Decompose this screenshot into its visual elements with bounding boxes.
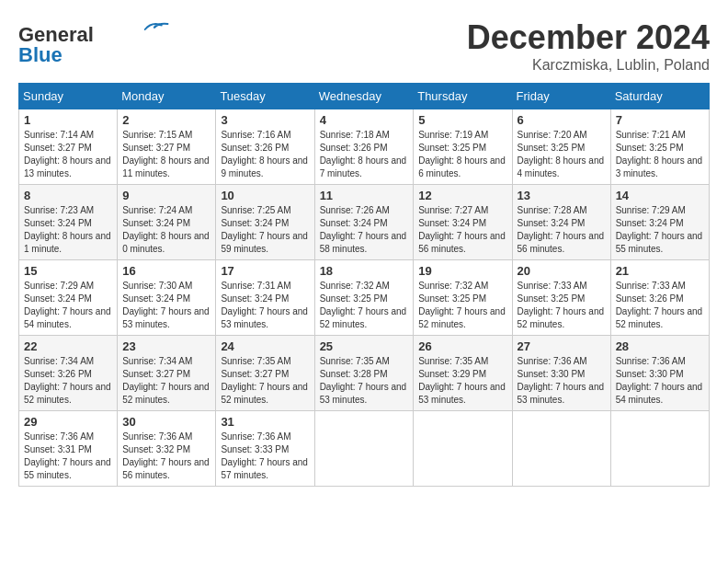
day-info: Sunrise: 7:30 AMSunset: 3:24 PMDaylight:…	[122, 280, 210, 331]
calendar-cell: 30 Sunrise: 7:36 AMSunset: 3:32 PMDaylig…	[118, 411, 216, 487]
day-number: 19	[418, 264, 506, 278]
day-number: 23	[122, 339, 210, 353]
day-info: Sunrise: 7:34 AMSunset: 3:27 PMDaylight:…	[122, 355, 210, 407]
calendar: SundayMondayTuesdayWednesdayThursdayFrid…	[18, 83, 710, 487]
day-number: 4	[320, 113, 409, 127]
day-number: 20	[518, 264, 606, 278]
col-header-thursday: Thursday	[414, 84, 512, 109]
calendar-cell: 8 Sunrise: 7:23 AMSunset: 3:24 PMDayligh…	[19, 185, 118, 260]
day-info: Sunrise: 7:28 AMSunset: 3:24 PMDaylight:…	[518, 204, 606, 256]
day-number: 18	[320, 264, 409, 278]
logo: General Blue	[18, 18, 169, 67]
col-header-monday: Monday	[118, 84, 216, 109]
day-info: Sunrise: 7:35 AMSunset: 3:29 PMDaylight:…	[418, 355, 506, 407]
day-info: Sunrise: 7:29 AMSunset: 3:24 PMDaylight:…	[616, 204, 704, 256]
day-info: Sunrise: 7:21 AMSunset: 3:25 PMDaylight:…	[616, 129, 704, 180]
day-info: Sunrise: 7:36 AMSunset: 3:33 PMDaylight:…	[221, 431, 309, 482]
day-info: Sunrise: 7:36 AMSunset: 3:32 PMDaylight:…	[122, 431, 210, 482]
calendar-cell: 31 Sunrise: 7:36 AMSunset: 3:33 PMDaylig…	[216, 411, 314, 487]
logo-blue: Blue	[18, 43, 63, 67]
col-header-wednesday: Wednesday	[314, 84, 414, 109]
day-number: 15	[24, 264, 112, 278]
day-number: 11	[320, 189, 409, 202]
day-number: 12	[418, 189, 506, 202]
day-info: Sunrise: 7:23 AMSunset: 3:24 PMDaylight:…	[24, 204, 112, 256]
calendar-cell	[512, 411, 610, 487]
calendar-cell: 5 Sunrise: 7:19 AMSunset: 3:25 PMDayligh…	[414, 109, 512, 185]
title-area: December 2024 Karczmiska, Lublin, Poland	[467, 18, 710, 74]
day-number: 6	[518, 113, 606, 127]
col-header-saturday: Saturday	[610, 84, 709, 109]
day-info: Sunrise: 7:33 AMSunset: 3:26 PMDaylight:…	[616, 280, 704, 331]
calendar-cell: 21 Sunrise: 7:33 AMSunset: 3:26 PMDaylig…	[610, 260, 709, 336]
calendar-cell: 7 Sunrise: 7:21 AMSunset: 3:25 PMDayligh…	[610, 109, 709, 185]
calendar-cell: 23 Sunrise: 7:34 AMSunset: 3:27 PMDaylig…	[118, 336, 216, 411]
day-info: Sunrise: 7:31 AMSunset: 3:24 PMDaylight:…	[221, 280, 309, 331]
day-info: Sunrise: 7:20 AMSunset: 3:25 PMDaylight:…	[518, 129, 606, 180]
calendar-cell	[414, 411, 512, 487]
location: Karczmiska, Lublin, Poland	[467, 57, 710, 74]
header: General Blue December 2024 Karczmiska, L…	[18, 18, 710, 74]
calendar-cell: 4 Sunrise: 7:18 AMSunset: 3:26 PMDayligh…	[314, 109, 414, 185]
day-info: Sunrise: 7:14 AMSunset: 3:27 PMDaylight:…	[24, 129, 112, 180]
day-info: Sunrise: 7:24 AMSunset: 3:24 PMDaylight:…	[122, 204, 210, 256]
logo-bird-icon	[142, 18, 169, 35]
calendar-cell: 14 Sunrise: 7:29 AMSunset: 3:24 PMDaylig…	[610, 185, 709, 260]
day-number: 9	[122, 189, 210, 202]
calendar-cell: 11 Sunrise: 7:26 AMSunset: 3:24 PMDaylig…	[314, 185, 414, 260]
day-info: Sunrise: 7:36 AMSunset: 3:30 PMDaylight:…	[518, 355, 606, 407]
day-info: Sunrise: 7:29 AMSunset: 3:24 PMDaylight:…	[24, 280, 112, 331]
day-number: 29	[24, 415, 112, 429]
day-info: Sunrise: 7:35 AMSunset: 3:27 PMDaylight:…	[221, 355, 309, 407]
day-number: 28	[616, 339, 704, 353]
day-number: 27	[518, 339, 606, 353]
day-info: Sunrise: 7:34 AMSunset: 3:26 PMDaylight:…	[24, 355, 112, 407]
day-number: 13	[518, 189, 606, 202]
calendar-cell: 1 Sunrise: 7:14 AMSunset: 3:27 PMDayligh…	[19, 109, 118, 185]
day-number: 1	[24, 113, 112, 127]
day-number: 7	[616, 113, 704, 127]
day-info: Sunrise: 7:16 AMSunset: 3:26 PMDaylight:…	[221, 129, 309, 180]
day-number: 24	[221, 339, 309, 353]
col-header-sunday: Sunday	[19, 84, 118, 109]
day-number: 25	[320, 339, 409, 353]
day-number: 2	[122, 113, 210, 127]
day-number: 16	[122, 264, 210, 278]
day-info: Sunrise: 7:35 AMSunset: 3:28 PMDaylight:…	[320, 355, 409, 407]
calendar-cell: 2 Sunrise: 7:15 AMSunset: 3:27 PMDayligh…	[118, 109, 216, 185]
calendar-cell: 12 Sunrise: 7:27 AMSunset: 3:24 PMDaylig…	[414, 185, 512, 260]
day-info: Sunrise: 7:25 AMSunset: 3:24 PMDaylight:…	[221, 204, 309, 256]
calendar-cell: 27 Sunrise: 7:36 AMSunset: 3:30 PMDaylig…	[512, 336, 610, 411]
day-number: 5	[418, 113, 506, 127]
day-number: 31	[221, 415, 309, 429]
day-info: Sunrise: 7:27 AMSunset: 3:24 PMDaylight:…	[418, 204, 506, 256]
calendar-cell: 17 Sunrise: 7:31 AMSunset: 3:24 PMDaylig…	[216, 260, 314, 336]
day-number: 21	[616, 264, 704, 278]
calendar-cell: 6 Sunrise: 7:20 AMSunset: 3:25 PMDayligh…	[512, 109, 610, 185]
calendar-cell: 10 Sunrise: 7:25 AMSunset: 3:24 PMDaylig…	[216, 185, 314, 260]
day-info: Sunrise: 7:36 AMSunset: 3:30 PMDaylight:…	[616, 355, 704, 407]
calendar-cell: 22 Sunrise: 7:34 AMSunset: 3:26 PMDaylig…	[19, 336, 118, 411]
day-number: 22	[24, 339, 112, 353]
calendar-cell: 26 Sunrise: 7:35 AMSunset: 3:29 PMDaylig…	[414, 336, 512, 411]
calendar-cell: 13 Sunrise: 7:28 AMSunset: 3:24 PMDaylig…	[512, 185, 610, 260]
calendar-cell: 15 Sunrise: 7:29 AMSunset: 3:24 PMDaylig…	[19, 260, 118, 336]
day-info: Sunrise: 7:18 AMSunset: 3:26 PMDaylight:…	[320, 129, 409, 180]
calendar-cell: 25 Sunrise: 7:35 AMSunset: 3:28 PMDaylig…	[314, 336, 414, 411]
calendar-cell: 29 Sunrise: 7:36 AMSunset: 3:31 PMDaylig…	[19, 411, 118, 487]
day-info: Sunrise: 7:26 AMSunset: 3:24 PMDaylight:…	[320, 204, 409, 256]
calendar-cell: 18 Sunrise: 7:32 AMSunset: 3:25 PMDaylig…	[314, 260, 414, 336]
day-info: Sunrise: 7:32 AMSunset: 3:25 PMDaylight:…	[418, 280, 506, 331]
calendar-cell: 3 Sunrise: 7:16 AMSunset: 3:26 PMDayligh…	[216, 109, 314, 185]
day-number: 17	[221, 264, 309, 278]
calendar-cell: 24 Sunrise: 7:35 AMSunset: 3:27 PMDaylig…	[216, 336, 314, 411]
calendar-cell	[314, 411, 414, 487]
day-number: 26	[418, 339, 506, 353]
day-number: 8	[24, 189, 112, 202]
day-info: Sunrise: 7:15 AMSunset: 3:27 PMDaylight:…	[122, 129, 210, 180]
calendar-cell: 9 Sunrise: 7:24 AMSunset: 3:24 PMDayligh…	[118, 185, 216, 260]
day-info: Sunrise: 7:19 AMSunset: 3:25 PMDaylight:…	[418, 129, 506, 180]
calendar-cell: 28 Sunrise: 7:36 AMSunset: 3:30 PMDaylig…	[610, 336, 709, 411]
day-number: 30	[122, 415, 210, 429]
calendar-cell: 19 Sunrise: 7:32 AMSunset: 3:25 PMDaylig…	[414, 260, 512, 336]
